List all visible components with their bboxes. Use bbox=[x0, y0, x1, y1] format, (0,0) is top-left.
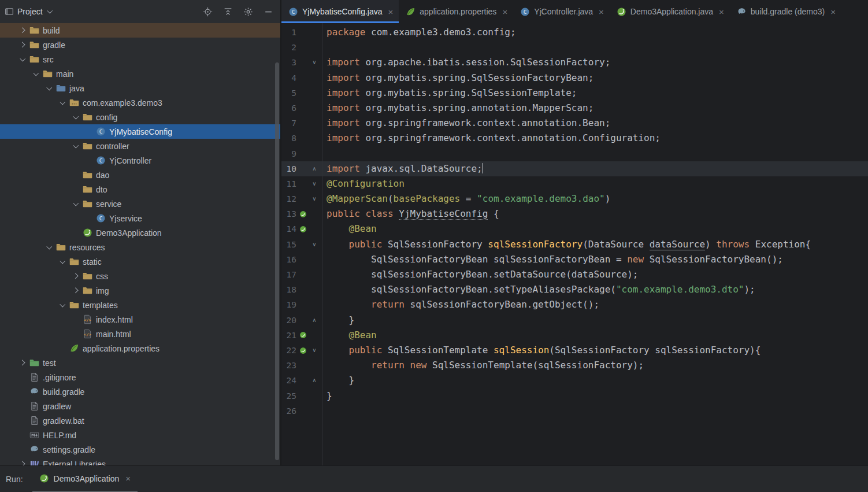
settings-gear-icon[interactable] bbox=[243, 7, 253, 17]
code-line-26[interactable]: 26 bbox=[281, 404, 868, 419]
code-line-20[interactable]: 20∧ } bbox=[281, 313, 868, 328]
tree-item-img[interactable]: img bbox=[0, 283, 280, 298]
code-line-18[interactable]: 18 sqlSessionFactoryBean.setTypeAliasesP… bbox=[281, 282, 868, 297]
editor-tab-build-gradle-demo3[interactable]: build.gradle (demo3)× bbox=[730, 0, 841, 23]
code-line-3[interactable]: 3∨import org.apache.ibatis.session.SqlSe… bbox=[281, 55, 868, 70]
chevron-down-icon[interactable] bbox=[58, 257, 68, 267]
code-line-2[interactable]: 2 bbox=[281, 40, 868, 55]
collapse-all-icon[interactable] bbox=[223, 7, 233, 17]
code-line-13[interactable]: 13public class YjMybatiseConfig { bbox=[281, 206, 868, 221]
tree-item-gradle[interactable]: gradle bbox=[0, 38, 280, 52]
fold-collapse-icon[interactable]: ∨ bbox=[309, 191, 320, 206]
tree-item-java[interactable]: java bbox=[0, 81, 280, 95]
tree-item-build[interactable]: build bbox=[0, 23, 280, 38]
code-line-24[interactable]: 24∧ } bbox=[281, 373, 868, 388]
code-line-7[interactable]: 7import org.springframework.context.anno… bbox=[281, 116, 868, 131]
close-icon[interactable]: × bbox=[125, 474, 131, 483]
code-editor[interactable]: 1package com.example3.demo3.config;23∨im… bbox=[281, 23, 868, 465]
tree-scrollbar[interactable] bbox=[275, 62, 279, 460]
close-icon[interactable]: × bbox=[388, 8, 394, 16]
tree-item-test[interactable]: test bbox=[0, 356, 280, 370]
tree-item-external-libraries[interactable]: External Libraries bbox=[0, 457, 280, 465]
code-line-11[interactable]: 11∨@Configuration bbox=[281, 176, 868, 191]
tree-item-main-html[interactable]: </>main.html bbox=[0, 327, 280, 341]
code-line-22[interactable]: 22∨ public SqlSessionTemplate sqlSession… bbox=[281, 343, 868, 358]
editor-tab-application-properties[interactable]: application.properties× bbox=[399, 0, 513, 23]
code-line-17[interactable]: 17 sqlSessionFactoryBean.setDataSource(d… bbox=[281, 267, 868, 282]
tree-item-resources[interactable]: resources bbox=[0, 240, 280, 254]
tree-item-help-md[interactable]: HELP.md bbox=[0, 428, 280, 442]
chevron-right-icon[interactable] bbox=[18, 358, 28, 368]
code-line-9[interactable]: 9 bbox=[281, 146, 868, 161]
close-icon[interactable]: × bbox=[502, 8, 507, 16]
tree-item-css[interactable]: css bbox=[0, 269, 280, 283]
code-line-1[interactable]: 1package com.example3.demo3.config; bbox=[281, 25, 868, 40]
chevron-right-icon[interactable] bbox=[71, 286, 81, 295]
chevron-right-icon[interactable] bbox=[71, 271, 81, 281]
spring-bean-gutter-slot[interactable] bbox=[296, 343, 309, 358]
code-line-16[interactable]: 16 SqlSessionFactoryBean sqlSessionFacto… bbox=[281, 252, 868, 267]
editor-tab-demo3application-java[interactable]: Demo3Application.java× bbox=[610, 0, 730, 23]
tree-item-settings-gradle[interactable]: settings.gradle bbox=[0, 442, 280, 457]
run-tab-demo3application[interactable]: Demo3Application × bbox=[32, 466, 138, 492]
code-line-23[interactable]: 23 return new SqlSessionTemplate(sqlSess… bbox=[281, 358, 868, 373]
tree-item-gradlew[interactable]: gradlew bbox=[0, 399, 280, 413]
editor-tab-yjcontroller-java[interactable]: CYjController.java× bbox=[513, 0, 610, 23]
editor-tab-yjmybatiseconfig-java[interactable]: CYjMybatiseConfig.java× bbox=[281, 0, 399, 23]
tree-item-com-example3-demo3[interactable]: com.example3.demo3 bbox=[0, 95, 280, 110]
tree-item-index-html[interactable]: </>index.html bbox=[0, 312, 280, 327]
project-selector[interactable]: Project bbox=[5, 7, 54, 17]
tree-item-controller[interactable]: controller bbox=[0, 139, 280, 153]
chevron-down-icon[interactable] bbox=[18, 54, 28, 64]
fold-end-icon[interactable]: ∧ bbox=[309, 373, 320, 388]
tree-item-gradlew-bat[interactable]: gradlew.bat bbox=[0, 413, 280, 428]
tree-item-demo3application[interactable]: Demo3Application bbox=[0, 225, 280, 240]
tree-item-src[interactable]: src bbox=[0, 52, 280, 66]
tree-item-dto[interactable]: dto bbox=[0, 182, 280, 197]
fold-collapse-icon[interactable]: ∨ bbox=[309, 55, 320, 70]
close-icon[interactable]: × bbox=[599, 8, 604, 16]
chevron-down-icon[interactable] bbox=[44, 242, 54, 252]
code-line-19[interactable]: 19 return sqlSessionFactoryBean.getObjec… bbox=[281, 297, 868, 312]
fold-end-icon[interactable]: ∧ bbox=[309, 161, 320, 176]
chevron-down-icon[interactable] bbox=[58, 98, 68, 108]
tree-item-templates[interactable]: templates bbox=[0, 298, 280, 312]
spring-bean-gutter-slot[interactable] bbox=[296, 221, 309, 236]
chevron-down-icon[interactable] bbox=[58, 300, 68, 310]
code-line-10[interactable]: 10∧import javax.sql.DataSource; bbox=[281, 161, 868, 176]
close-icon[interactable]: × bbox=[719, 8, 724, 16]
tree-item-yjmybatiseconfig[interactable]: CYjMybatiseConfig bbox=[0, 124, 280, 139]
spring-bean-gutter-slot[interactable] bbox=[296, 206, 309, 221]
code-line-6[interactable]: 6import org.mybatis.spring.annotation.Ma… bbox=[281, 101, 868, 116]
code-line-14[interactable]: 14 @Bean bbox=[281, 221, 868, 236]
chevron-right-icon[interactable] bbox=[18, 25, 28, 35]
code-line-21[interactable]: 21 @Bean bbox=[281, 328, 868, 343]
tree-item-yjservice[interactable]: CYjservice bbox=[0, 211, 280, 225]
chevron-right-icon[interactable] bbox=[18, 40, 28, 50]
code-line-8[interactable]: 8import org.springframework.context.anno… bbox=[281, 131, 868, 146]
locate-file-icon[interactable] bbox=[203, 7, 213, 17]
tree-item-build-gradle[interactable]: build.gradle bbox=[0, 384, 280, 399]
tree-item-dao[interactable]: dao bbox=[0, 168, 280, 182]
hide-panel-icon[interactable] bbox=[264, 7, 273, 17]
tree-item-gitignore[interactable]: .gitignore bbox=[0, 370, 280, 384]
tree-item-config[interactable]: config bbox=[0, 110, 280, 124]
chevron-down-icon[interactable] bbox=[71, 112, 81, 122]
chevron-down-icon[interactable] bbox=[71, 199, 81, 209]
code-line-12[interactable]: 12∨@MapperScan(basePackages = "com.examp… bbox=[281, 191, 868, 206]
tree-item-service[interactable]: service bbox=[0, 197, 280, 211]
close-icon[interactable]: × bbox=[830, 8, 836, 16]
tree-item-application-properties[interactable]: application.properties bbox=[0, 341, 280, 356]
chevron-down-icon[interactable] bbox=[31, 69, 41, 79]
code-line-4[interactable]: 4import org.mybatis.spring.SqlSessionFac… bbox=[281, 71, 868, 86]
code-line-15[interactable]: 15∨ public SqlSessionFactory sqlSessionF… bbox=[281, 237, 868, 252]
spring-bean-gutter-slot[interactable] bbox=[296, 328, 309, 343]
code-line-5[interactable]: 5import org.mybatis.spring.SqlSessionTem… bbox=[281, 86, 868, 101]
fold-end-icon[interactable]: ∧ bbox=[309, 313, 320, 328]
tree-item-static[interactable]: static bbox=[0, 254, 280, 269]
chevron-down-icon[interactable] bbox=[71, 141, 81, 151]
chevron-down-icon[interactable] bbox=[44, 83, 54, 93]
tree-item-main[interactable]: main bbox=[0, 66, 280, 81]
code-line-25[interactable]: 25} bbox=[281, 389, 868, 404]
fold-collapse-icon[interactable]: ∨ bbox=[309, 343, 320, 358]
